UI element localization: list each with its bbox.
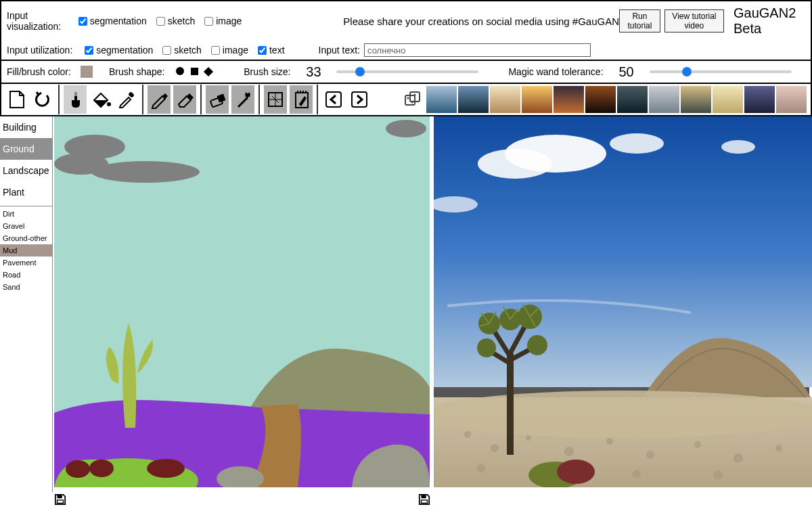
arrow-right-icon	[349, 89, 369, 110]
svg-rect-51	[58, 495, 62, 498]
svg-point-41	[633, 470, 641, 478]
util-segmentation-checkbox[interactable]	[85, 46, 93, 55]
magic-wand-button[interactable]	[231, 85, 254, 114]
svg-rect-8	[352, 92, 367, 107]
brush-shape-diamond[interactable]	[204, 67, 213, 76]
fill-color-label: Fill/brush color:	[7, 66, 71, 77]
separator	[142, 85, 143, 114]
output-canvas[interactable]	[434, 116, 809, 487]
brush-size-label: Brush size:	[244, 66, 290, 77]
style-thumbnail-0[interactable]	[426, 86, 457, 113]
util-image-label: image	[223, 45, 248, 55]
eraser-icon	[175, 89, 195, 110]
style-thumbnail-8[interactable]	[681, 86, 711, 113]
pencil-tool-button[interactable]	[148, 85, 171, 114]
arrow-right-button[interactable]	[348, 85, 371, 114]
subcategory-gravel[interactable]: Gravel	[0, 220, 52, 232]
subcategory-road[interactable]: Road	[0, 269, 52, 281]
svg-point-11	[407, 97, 409, 99]
save-segmentation-button[interactable]	[54, 493, 66, 506]
style-thumbnail-1[interactable]	[458, 86, 489, 113]
style-thumbnail-9[interactable]	[713, 86, 743, 113]
undo-button[interactable]	[31, 85, 54, 114]
svg-point-38	[775, 445, 782, 451]
vis-sketch-label: sketch	[168, 16, 195, 26]
seg-eraser-button[interactable]	[206, 85, 229, 114]
brush-size-value: 33	[300, 64, 327, 80]
svg-point-34	[606, 438, 613, 445]
save-output-button[interactable]	[418, 493, 430, 506]
input-text-field[interactable]	[364, 43, 591, 57]
style-thumbnail-5[interactable]	[585, 86, 616, 113]
wand-icon	[233, 89, 253, 110]
segmentation-canvas[interactable]	[54, 116, 430, 487]
category-plant[interactable]: Plant	[0, 181, 52, 203]
subcategory-pavement[interactable]: Pavement	[0, 257, 52, 269]
magic-tolerance-slider[interactable]	[650, 70, 792, 73]
separator	[317, 85, 318, 114]
brush-icon	[65, 89, 85, 110]
category-building[interactable]: Building	[0, 116, 52, 138]
pencil-icon	[149, 89, 169, 110]
segmap-button[interactable]	[264, 85, 287, 114]
eyedropper-icon	[116, 89, 137, 110]
svg-point-30	[464, 431, 471, 438]
svg-point-25	[610, 133, 664, 154]
brush-shape-square[interactable]	[191, 68, 198, 75]
svg-point-36	[694, 441, 701, 448]
svg-rect-52	[58, 500, 64, 504]
brush-shape-circle[interactable]	[176, 67, 184, 75]
vis-segmentation-checkbox[interactable]	[78, 17, 87, 26]
render-button[interactable]	[290, 85, 313, 114]
fill-color-swatch[interactable]	[81, 66, 93, 78]
style-thumbnail-6[interactable]	[617, 86, 648, 113]
sketch-eraser-button[interactable]	[173, 85, 196, 114]
svg-point-16	[91, 161, 200, 183]
grid-icon	[265, 89, 286, 110]
separator	[200, 85, 202, 114]
style-thumbnail-11[interactable]	[776, 86, 807, 113]
svg-point-32	[526, 435, 531, 441]
input-text-label: Input text:	[319, 45, 360, 55]
subcategory-dirt[interactable]: Dirt	[0, 208, 52, 220]
style-thumbnail-10[interactable]	[744, 86, 775, 113]
arrow-left-button[interactable]	[322, 85, 345, 114]
fill-tool-button[interactable]	[89, 85, 112, 114]
eraser-icon	[207, 89, 227, 110]
input-vis-label: Input visualization:	[7, 10, 69, 32]
brush-tool-button[interactable]	[64, 85, 87, 114]
vis-image-label: image	[216, 16, 242, 26]
run-tutorial-button[interactable]: Run tutorial	[619, 9, 660, 32]
dice-button[interactable]	[401, 85, 424, 114]
subcategory-ground-other[interactable]: Ground-other	[0, 232, 52, 244]
input-util-label: Input utilization:	[7, 45, 72, 55]
util-sketch-checkbox[interactable]	[162, 46, 171, 55]
svg-point-37	[734, 453, 743, 463]
svg-rect-54	[422, 500, 428, 504]
svg-point-44	[557, 460, 595, 484]
util-text-checkbox[interactable]	[258, 46, 267, 55]
brush-size-slider[interactable]	[336, 70, 478, 73]
svg-point-35	[646, 451, 654, 459]
util-image-checkbox[interactable]	[211, 46, 220, 55]
svg-point-26	[721, 140, 755, 154]
style-thumbnail-2[interactable]	[490, 86, 520, 113]
style-thumbnails	[426, 86, 807, 113]
color-picker-button[interactable]	[115, 85, 138, 114]
style-thumbnail-4[interactable]	[554, 86, 584, 113]
view-tutorial-button[interactable]: View tutorial video	[664, 9, 724, 32]
category-divider	[0, 206, 52, 206]
segmap-drawing	[54, 116, 430, 487]
style-thumbnail-7[interactable]	[649, 86, 679, 113]
vis-sketch-checkbox[interactable]	[156, 17, 165, 26]
style-thumbnail-3[interactable]	[522, 86, 552, 113]
arrow-left-icon	[323, 89, 344, 110]
util-segmentation-label: segmentation	[96, 45, 153, 55]
tagline-text: Please share your creations on social me…	[343, 16, 619, 27]
new-canvas-button[interactable]	[5, 85, 28, 114]
category-ground[interactable]: Ground	[0, 138, 52, 160]
subcategory-mud[interactable]: Mud	[0, 244, 52, 257]
vis-image-checkbox[interactable]	[204, 17, 213, 26]
subcategory-sand[interactable]: Sand	[0, 281, 52, 293]
category-landscape[interactable]: Landscape	[0, 160, 52, 181]
